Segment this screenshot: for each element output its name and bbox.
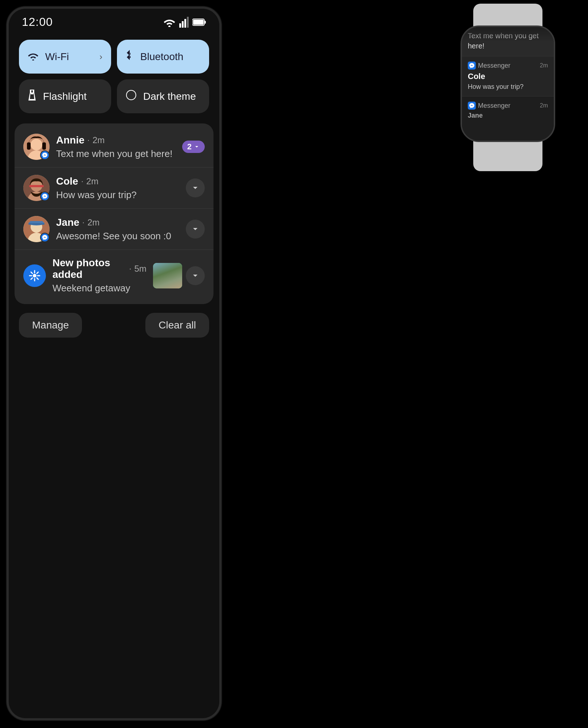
cole-time: 2m [86, 176, 98, 186]
svg-rect-12 [27, 142, 31, 150]
annie-message: Text me when you get here! [56, 148, 176, 160]
svg-point-10 [31, 139, 42, 150]
photos-name: New photos added [52, 257, 126, 280]
watch-jane-sender: Jane [468, 112, 548, 119]
svg-rect-7 [31, 93, 34, 94]
photos-icon [23, 264, 46, 287]
smartwatch: Text me when you get here! Messenger [450, 4, 566, 171]
cole-notif-content: Cole · 2m How was your trip? [56, 176, 179, 201]
phone: 12:00 [7, 7, 222, 720]
svg-rect-13 [42, 142, 46, 150]
tiles-row-2: Flashlight Dark theme [19, 79, 209, 113]
photos-actions [153, 263, 205, 288]
watch-jane-header: Messenger 2m [468, 102, 548, 110]
notification-jane[interactable]: Jane · 2m Awesome! See you soon :0 [15, 209, 213, 250]
photos-expand-btn[interactable] [186, 266, 205, 285]
annie-badge-count[interactable]: 2 [182, 141, 205, 153]
watch-cole-app: Messenger [468, 62, 510, 70]
cole-message: How was your trip? [56, 189, 179, 201]
wifi-tile[interactable]: Wi-Fi › [19, 40, 111, 74]
svg-rect-17 [29, 185, 44, 187]
flashlight-tile[interactable]: Flashlight [19, 79, 111, 113]
notification-photos[interactable]: New photos added · 5m Weekend getaway [15, 250, 213, 301]
svg-line-32 [31, 278, 32, 279]
clear-all-button[interactable]: Clear all [145, 313, 209, 338]
annie-messenger-badge [40, 150, 50, 160]
chevron-down-icon [194, 144, 200, 150]
watch-cole-header: Messenger 2m [468, 62, 548, 70]
wifi-status-icon [163, 17, 176, 27]
svg-line-29 [31, 272, 32, 274]
annie-actions: 2 [182, 141, 205, 153]
svg-rect-23 [28, 223, 44, 225]
photos-message: Weekend getaway [52, 283, 146, 294]
jane-name: Jane [56, 217, 79, 228]
annie-name: Annie [56, 134, 85, 146]
svg-rect-1 [182, 21, 184, 28]
svg-point-8 [126, 90, 136, 100]
watch-cole-app-name: Messenger [478, 62, 510, 70]
annie-notif-content: Annie · 2m Text me when you get here! [56, 134, 176, 160]
status-time: 12:00 [22, 15, 53, 29]
watch-jane-time: 2m [540, 102, 548, 109]
notifications-area: Annie · 2m Text me when you get here! 2 [15, 123, 213, 304]
chevron-down-icon [191, 272, 199, 280]
annie-time: 2m [93, 135, 105, 145]
camera-dot [109, 17, 119, 26]
watch-cole-message: How was your trip? [468, 83, 548, 91]
chevron-down-icon [191, 225, 199, 233]
messenger-icon [469, 63, 474, 68]
watch-body: Text me when you get here! Messenger [453, 4, 562, 171]
wifi-label: Wi-Fi [45, 51, 69, 63]
cole-name: Cole [56, 176, 78, 187]
manage-button[interactable]: Manage [19, 313, 82, 338]
svg-rect-3 [187, 17, 189, 28]
jane-time: 2m [87, 217, 99, 228]
photos-app-icon [28, 269, 41, 282]
svg-rect-0 [179, 23, 181, 28]
messenger-icon-2 [469, 103, 474, 108]
dark-theme-label: Dark theme [143, 91, 196, 102]
wifi-tile-icon [28, 51, 39, 63]
svg-rect-2 [184, 19, 186, 28]
watch-jane-app-name: Messenger [478, 102, 510, 110]
flashlight-tile-icon [28, 90, 36, 103]
jane-messenger-badge [40, 233, 50, 242]
svg-rect-5 [204, 21, 206, 24]
photos-notif-content: New photos added · 5m Weekend getaway [52, 257, 146, 294]
cole-avatar-wrap [23, 175, 50, 201]
notification-buttons: Manage Clear all [9, 304, 219, 349]
watch-screen: Text me when you get here! Messenger [462, 27, 554, 141]
bluetooth-tile[interactable]: Bluetooth [117, 40, 209, 74]
watch-cole-sender: Cole [468, 72, 548, 81]
chevron-down-icon [191, 184, 199, 192]
jane-actions [186, 220, 205, 239]
svg-line-31 [37, 272, 38, 274]
wifi-arrow: › [99, 52, 102, 62]
phone-side-button [220, 133, 222, 162]
notification-annie[interactable]: Annie · 2m Text me when you get here! 2 [15, 126, 213, 168]
jane-expand-btn[interactable] [186, 220, 205, 239]
svg-point-24 [33, 274, 36, 278]
watch-notif-cole[interactable]: Messenger 2m Cole How was your trip? [462, 56, 554, 96]
tiles-row-1: Wi-Fi › Bluetooth [19, 40, 209, 74]
bluetooth-tile-icon [126, 50, 134, 63]
watch-notif-annie-partial: Text me when you get here! [462, 27, 554, 56]
flashlight-label: Flashlight [43, 91, 87, 102]
jane-avatar-wrap [23, 216, 50, 242]
cole-expand-btn[interactable] [186, 178, 205, 197]
svg-line-30 [37, 278, 38, 279]
cole-actions [186, 178, 205, 197]
watch-messenger-icon [468, 62, 476, 70]
watch-notif-jane-partial[interactable]: Messenger 2m Jane [462, 96, 554, 128]
watch-messenger-icon-2 [468, 102, 476, 110]
dark-theme-tile[interactable]: Dark theme [117, 79, 209, 113]
notification-cole[interactable]: Cole · 2m How was your trip? [15, 168, 213, 209]
jane-notif-content: Jane · 2m Awesome! See you soon :0 [56, 217, 179, 242]
photos-time: 5m [134, 264, 146, 274]
status-icons [163, 17, 206, 28]
watch-cole-time: 2m [540, 62, 548, 69]
watch-annie-msg-partial: Text me when you get here! [468, 31, 548, 51]
annie-avatar-wrap [23, 134, 50, 160]
svg-rect-6 [193, 20, 204, 25]
